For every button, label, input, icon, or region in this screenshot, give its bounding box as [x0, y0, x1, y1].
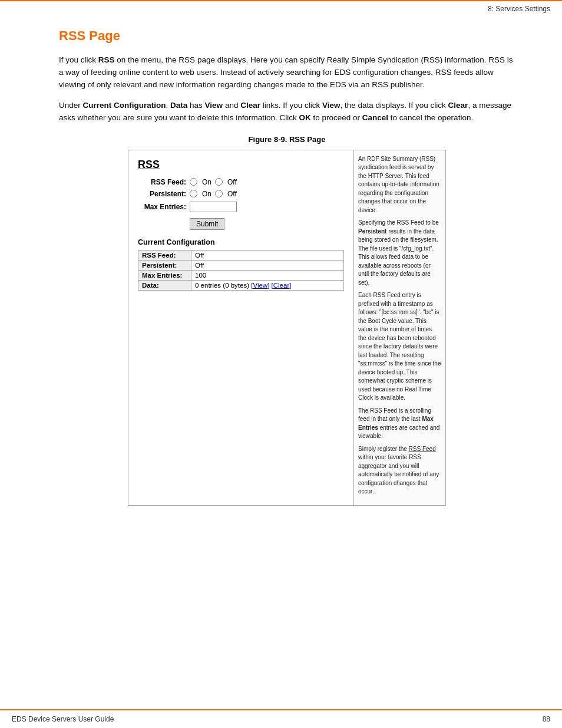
- config-persistent-label: Persistent:: [138, 260, 191, 270]
- config-rss-feed-value: Off: [191, 250, 344, 260]
- figure-container: RSS RSS Feed: On Off Persistent: On Off: [128, 150, 446, 506]
- intro-paragraph-2: Under Current Configuration, Data has Vi…: [59, 100, 515, 124]
- config-data-value: 0 entries (0 bytes) [View] [Clear]: [191, 280, 344, 290]
- config-data-label: Data:: [138, 280, 191, 290]
- rss-feed-on-label: On: [202, 178, 211, 186]
- side-panel: An RDF Site Summary (RSS) syndication fe…: [354, 150, 445, 505]
- config-table: RSS Feed: Off Persistent: Off Max Entrie…: [138, 250, 344, 291]
- rss-form-title: RSS: [138, 159, 344, 171]
- config-max-entries-value: 100: [191, 270, 344, 280]
- persistent-off-label: Off: [227, 190, 237, 198]
- rss-feed-radio-group: On Off: [190, 178, 237, 186]
- rss-feed-off-radio[interactable]: [215, 178, 223, 186]
- header-section: 8: Services Settings: [0, 0, 562, 17]
- page-title: RSS Page: [59, 28, 515, 44]
- table-row: Persistent: Off: [138, 260, 344, 270]
- config-max-entries-label: Max Entries:: [138, 270, 191, 280]
- max-entries-label: Max Entries:: [138, 203, 186, 211]
- submit-button[interactable]: Submit: [190, 218, 224, 230]
- config-rss-feed-label: RSS Feed:: [138, 250, 191, 260]
- persistent-on-label: On: [202, 190, 211, 198]
- footer: EDS Device Servers User Guide 88: [0, 709, 562, 728]
- content-area: RSS Page If you click RSS on the menu, t…: [0, 17, 562, 541]
- intro-paragraph-1: If you click RSS on the menu, the RSS pa…: [59, 54, 515, 91]
- config-data-text: 0 entries (0 bytes): [195, 282, 251, 289]
- rss-feed-off-label: Off: [227, 178, 237, 186]
- footer-right: 88: [543, 715, 550, 723]
- clear-link[interactable]: [Clear]: [272, 282, 292, 289]
- current-config-title: Current Configuration: [138, 238, 344, 246]
- persistent-off-radio[interactable]: [215, 190, 223, 197]
- side-note-5: Simply register the RSS Feed within your…: [358, 445, 441, 496]
- config-persistent-value: Off: [191, 260, 344, 270]
- table-row: Data: 0 entries (0 bytes) [View] [Clear]: [138, 280, 344, 290]
- persistent-radio-group: On Off: [190, 190, 237, 198]
- table-row: Max Entries: 100: [138, 270, 344, 280]
- view-link[interactable]: [View]: [251, 282, 269, 289]
- form-panel: RSS RSS Feed: On Off Persistent: On Off: [128, 150, 354, 505]
- side-note-3: Each RSS Feed entry is prefixed with a t…: [358, 291, 441, 403]
- figure-caption: Figure 8-9. RSS Page: [59, 135, 515, 144]
- persistent-row: Persistent: On Off: [138, 190, 344, 198]
- current-config-section: Current Configuration RSS Feed: Off Pers…: [138, 238, 344, 291]
- header-section-text: 8: Services Settings: [488, 5, 550, 13]
- table-row: RSS Feed: Off: [138, 250, 344, 260]
- side-note-2: Specifying the RSS Feed to be Persistent…: [358, 219, 441, 287]
- persistent-label: Persistent:: [138, 190, 186, 198]
- max-entries-input[interactable]: [190, 202, 237, 212]
- footer-left: EDS Device Servers User Guide: [12, 715, 114, 723]
- rss-feed-row: RSS Feed: On Off: [138, 178, 344, 186]
- side-note-4: The RSS Feed is a scrolling feed in that…: [358, 407, 441, 441]
- rss-feed-on-radio[interactable]: [190, 178, 197, 186]
- max-entries-row: Max Entries:: [138, 202, 344, 212]
- persistent-on-radio[interactable]: [190, 190, 197, 197]
- side-note-1: An RDF Site Summary (RSS) syndication fe…: [358, 155, 441, 215]
- rss-feed-label: RSS Feed:: [138, 178, 186, 186]
